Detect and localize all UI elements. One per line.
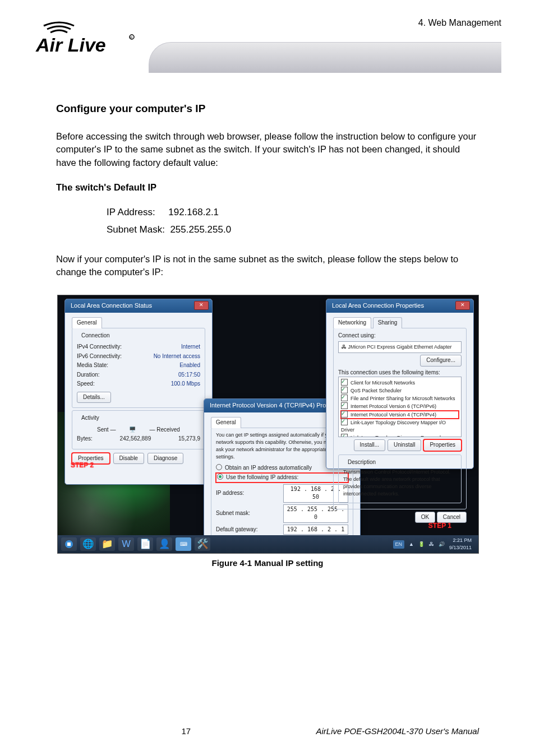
paragraph-intro: Before accessing the switch through web …: [56, 130, 479, 170]
sent-label: Sent —: [97, 426, 116, 434]
manual-title: AirLive POE-GSH2004L-370 User's Manual: [316, 726, 479, 736]
lan-props-title: Local Area Connection Properties: [332, 302, 424, 309]
opt-manual-label: Use the following IP address:: [226, 474, 298, 480]
default-ip-block: IP Address: 192.168.2.1 Subnet Mask: 255…: [56, 206, 479, 236]
figure-screenshot: Local Area Connection Status ✕ General C…: [57, 295, 479, 554]
taskbar-lang-icon[interactable]: ⌨: [176, 537, 191, 551]
network-icon: 🖥️: [129, 426, 136, 434]
header-band: [149, 42, 501, 73]
tray-time[interactable]: 2:21 PM: [453, 537, 472, 543]
tray-flag-icon[interactable]: ▲: [409, 541, 414, 548]
list-item: Internet Protocol Version 6 (TCP/IPv6): [350, 403, 436, 409]
ipv4-value: Internet: [181, 343, 200, 351]
tray-volume-icon[interactable]: 🔊: [439, 541, 445, 548]
ipv6-value: No Internet access: [154, 353, 200, 361]
radio-auto-ip[interactable]: [216, 464, 222, 470]
ipv4-label: IPv4 Connectivity:: [77, 343, 122, 351]
desc-heading: Description: [345, 458, 378, 467]
tray-lang[interactable]: EN: [393, 540, 405, 549]
figure-caption: Figure 4-1 Manual IP setting: [57, 557, 478, 569]
list-item: Link-Layer Topology Discovery Responder: [350, 435, 445, 438]
taskbar-user-icon[interactable]: 👤: [156, 537, 172, 551]
list-item: Client for Microsoft Networks: [350, 380, 415, 386]
sm-label: Subnet mask:: [216, 509, 283, 518]
diagnose-button[interactable]: Diagnose: [147, 453, 183, 465]
list-item-ipv4: Internet Protocol Version 4 (TCP/IPv4): [350, 412, 436, 418]
taskbar-app-icon[interactable]: 📄: [137, 537, 153, 551]
heading-default-ip: The switch's Default IP: [56, 181, 479, 194]
step1-label: STEP 1: [428, 521, 451, 531]
connection-items-list[interactable]: Client for Microsoft Networks QoS Packet…: [338, 377, 462, 437]
uninstall-button[interactable]: Uninstall: [388, 439, 421, 451]
close-icon[interactable]: ✕: [194, 301, 209, 310]
duration-label: Duration:: [77, 371, 100, 379]
protocol-description: Transmission Control Protocol/Internet P…: [343, 469, 456, 498]
tab-sharing[interactable]: Sharing: [373, 317, 402, 328]
close-icon[interactable]: ✕: [455, 301, 470, 310]
connect-using-label: Connect using:: [338, 332, 462, 340]
radio-manual-ip[interactable]: [217, 474, 223, 480]
bytes-label: Bytes:: [77, 435, 93, 443]
ipv4-title: Internet Protocol Version 4 (TCP/IPv4) P…: [210, 402, 344, 409]
heading-config-ip: Configure your computer's IP: [56, 101, 479, 117]
tray-network-icon[interactable]: 🖧: [429, 541, 434, 548]
taskbar-app2-icon[interactable]: 🛠️: [195, 537, 210, 551]
ip-address-value: 192.168.2.1: [168, 207, 219, 217]
taskbar: 🌐 📁 W 📄 👤 ⌨ 🛠️ EN ▲ 🔋 🖧 🔊 2:21 PM: [58, 535, 478, 553]
taskbar-ie-icon[interactable]: 🌐: [80, 537, 96, 551]
group-connection: Connection: [79, 332, 112, 340]
svg-text:Air Live: Air Live: [35, 34, 106, 55]
tray-battery-icon[interactable]: 🔋: [418, 541, 425, 548]
list-item: File and Printer Sharing for Microsoft N…: [350, 396, 455, 401]
duration-value: 05:17:50: [178, 371, 200, 379]
taskbar-explorer-icon[interactable]: 📁: [99, 537, 115, 551]
uses-label: This connection uses the following items…: [338, 369, 462, 377]
speed-label: Speed:: [77, 380, 95, 388]
svg-text:R: R: [130, 36, 133, 39]
recv-label: — Received: [149, 426, 179, 434]
start-button[interactable]: [61, 537, 77, 551]
header-section-label: 4. Web Management: [418, 18, 501, 28]
page-number: 17: [181, 726, 191, 736]
group-activity: Activity: [79, 414, 102, 423]
tab-general[interactable]: General: [72, 317, 102, 328]
details-button[interactable]: Details...: [77, 392, 111, 403]
gw-label: Default gateway:: [216, 526, 283, 534]
media-label: Media State:: [77, 361, 108, 370]
status-title: Local Area Connection Status: [71, 302, 152, 309]
step2-label: STEP 2: [71, 461, 94, 470]
ipv6-label: IPv6 Connectivity:: [77, 353, 122, 361]
bytes-sent: 242,562,889: [120, 435, 151, 443]
paragraph-instruction: Now if your computer's IP is not in the …: [56, 253, 479, 280]
adapter-name: JMicron PCI Express Gigabit Ethernet Ada…: [348, 344, 452, 350]
list-item: QoS Packet Scheduler: [350, 388, 402, 393]
opt-auto-label: Obtain an IP address automatically: [225, 465, 312, 471]
tab-networking[interactable]: Networking: [333, 317, 371, 328]
item-properties-button[interactable]: Properties: [423, 439, 462, 451]
media-value: Enabled: [179, 361, 200, 370]
subnet-mask-value: 255.255.255.0: [170, 224, 231, 235]
ip-label: IP address:: [216, 489, 283, 498]
disable-button[interactable]: Disable: [113, 453, 144, 465]
bytes-recv: 15,273,9: [178, 435, 200, 443]
list-item: Link-Layer Topology Discovery Mapper I/O…: [341, 420, 446, 433]
configure-button[interactable]: Configure...: [420, 355, 462, 367]
tab-general[interactable]: General: [211, 417, 241, 428]
tray-date[interactable]: 9/13/2011: [449, 545, 472, 550]
install-button[interactable]: Install...: [354, 439, 385, 451]
subnet-mask-label: Subnet Mask:: [107, 224, 165, 235]
ip-address-label: IP Address:: [107, 207, 155, 217]
speed-value: 100.0 Mbps: [171, 380, 200, 388]
brand-logo: Air Live R: [34, 16, 140, 59]
taskbar-word-icon[interactable]: W: [118, 537, 134, 551]
